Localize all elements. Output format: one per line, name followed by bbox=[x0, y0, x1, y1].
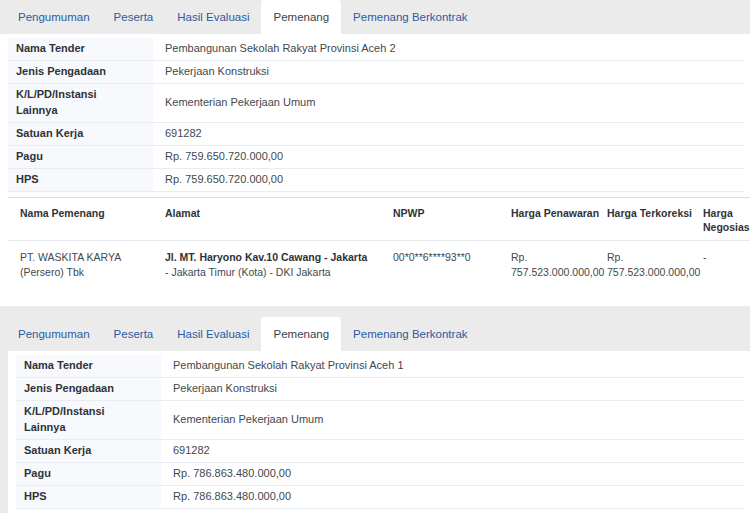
detail-row-nama-tender: Nama Tender Pembangunan Sekolah Rakyat P… bbox=[8, 38, 745, 60]
tab-hasil-evaluasi[interactable]: Hasil Evaluasi bbox=[165, 317, 261, 351]
winner-row: PT. WASKITA KARYA (Persero) Tbk Jl. MT. … bbox=[8, 240, 750, 296]
winner-name: PT. WASKITA KARYA (Persero) Tbk bbox=[8, 240, 153, 296]
detail-row-jenis-pengadaan: Jenis Pengadaan Pekerjaan Konstruksi bbox=[8, 60, 745, 83]
detail-label: Satuan Kerja bbox=[16, 440, 161, 463]
tab-bar: Pengumuman Peserta Hasil Evaluasi Pemena… bbox=[0, 306, 750, 351]
col-nama-pemenang: Nama Pemenang bbox=[8, 197, 153, 240]
detail-row-instansi: K/L/PD/Instansi Lainnya Kementerian Peke… bbox=[16, 401, 745, 440]
currency-prefix: Rp. bbox=[511, 250, 583, 265]
tender-details-table: Nama Tender Pembangunan Sekolah Rakyat P… bbox=[8, 38, 745, 192]
detail-label: Jenis Pengadaan bbox=[8, 60, 153, 83]
detail-value: Kementerian Pekerjaan Umum bbox=[161, 401, 745, 440]
tab-pengumuman[interactable]: Pengumuman bbox=[6, 317, 102, 351]
detail-row-pagu: Pagu Rp. 759.650.720.000,00 bbox=[8, 145, 745, 168]
detail-row-pagu: Pagu Rp. 786.863.480.000,00 bbox=[16, 463, 745, 486]
detail-value: Rp. 786.863.480.000,00 bbox=[161, 485, 745, 508]
currency-prefix: Rp. bbox=[607, 250, 679, 265]
detail-value: Pembangunan Sekolah Rakyat Provinsi Aceh… bbox=[161, 355, 745, 377]
detail-row-instansi: K/L/PD/Instansi Lainnya Kementerian Peke… bbox=[8, 83, 745, 122]
detail-value: 691282 bbox=[153, 122, 745, 145]
detail-value: Rp. 759.650.720.000,00 bbox=[153, 168, 745, 191]
col-alamat: Alamat bbox=[153, 197, 381, 240]
winner-address-street: Jl. MT. Haryono Kav.10 Cawang - Jakarta bbox=[165, 251, 367, 263]
detail-row-satuan-kerja: Satuan Kerja 691282 bbox=[16, 440, 745, 463]
winner-address-region: - Jakarta Timur (Kota) - DKI Jakarta bbox=[165, 266, 331, 278]
detail-value: Kementerian Pekerjaan Umum bbox=[153, 83, 745, 122]
winner-table: Nama Pemenang Alamat NPWP Harga Penawara… bbox=[8, 197, 750, 297]
tender-detail-card: Nama Tender Pembangunan Sekolah Rakyat P… bbox=[8, 351, 750, 513]
col-harga-negosiasi: Harga Negosiasi bbox=[691, 197, 750, 240]
tab-pemenang[interactable]: Pemenang bbox=[261, 0, 341, 34]
tender-detail-card: Nama Tender Pembangunan Sekolah Rakyat P… bbox=[0, 34, 750, 306]
tab-pengumuman[interactable]: Pengumuman bbox=[6, 0, 102, 34]
detail-value: Pekerjaan Konstruksi bbox=[153, 60, 745, 83]
detail-value: Rp. 786.863.480.000,00 bbox=[161, 463, 745, 486]
amount: 757.523.000.000,00 bbox=[511, 265, 583, 280]
tender-panel-aceh-1: Pengumuman Peserta Hasil Evaluasi Pemena… bbox=[0, 306, 750, 513]
detail-label: Nama Tender bbox=[8, 38, 153, 60]
detail-label: K/L/PD/Instansi Lainnya bbox=[16, 401, 161, 440]
tab-pemenang[interactable]: Pemenang bbox=[261, 317, 341, 351]
tab-bar: Pengumuman Peserta Hasil Evaluasi Pemena… bbox=[0, 0, 750, 34]
winner-npwp: 00*0**6****93**0 bbox=[381, 240, 499, 296]
detail-row-nama-tender: Nama Tender Pembangunan Sekolah Rakyat P… bbox=[16, 355, 745, 377]
detail-row-hps: HPS Rp. 786.863.480.000,00 bbox=[16, 485, 745, 508]
detail-label: K/L/PD/Instansi Lainnya bbox=[8, 83, 153, 122]
tab-peserta[interactable]: Peserta bbox=[102, 0, 166, 34]
detail-label: HPS bbox=[8, 168, 153, 191]
winner-harga-penawaran: Rp.757.523.000.000,00 bbox=[499, 240, 595, 296]
tender-panel-aceh-2: Pengumuman Peserta Hasil Evaluasi Pemena… bbox=[0, 0, 750, 306]
detail-value: Rp. 759.650.720.000,00 bbox=[153, 145, 745, 168]
detail-label: Nama Tender bbox=[16, 355, 161, 377]
amount: 757.523.000.000,00 bbox=[607, 265, 679, 280]
tab-pemenang-berkontrak[interactable]: Pemenang Berkontrak bbox=[341, 0, 479, 34]
col-npwp: NPWP bbox=[381, 197, 499, 240]
detail-label: Satuan Kerja bbox=[8, 122, 153, 145]
detail-row-satuan-kerja: Satuan Kerja 691282 bbox=[8, 122, 745, 145]
winner-harga-terkoreksi: Rp.757.523.000.000,00 bbox=[595, 240, 691, 296]
col-harga-penawaran: Harga Penawaran bbox=[499, 197, 595, 240]
detail-value: 691282 bbox=[161, 440, 745, 463]
detail-value: Pembangunan Sekolah Rakyat Provinsi Aceh… bbox=[153, 38, 745, 60]
tender-details-table: Nama Tender Pembangunan Sekolah Rakyat P… bbox=[16, 355, 745, 509]
col-harga-terkoreksi: Harga Terkoreksi bbox=[595, 197, 691, 240]
detail-label: Pagu bbox=[8, 145, 153, 168]
detail-row-jenis-pengadaan: Jenis Pengadaan Pekerjaan Konstruksi bbox=[16, 378, 745, 401]
detail-label: HPS bbox=[16, 485, 161, 508]
winner-address: Jl. MT. Haryono Kav.10 Cawang - Jakarta … bbox=[153, 240, 381, 296]
detail-label: Jenis Pengadaan bbox=[16, 378, 161, 401]
detail-label: Pagu bbox=[16, 463, 161, 486]
tab-pemenang-berkontrak[interactable]: Pemenang Berkontrak bbox=[341, 317, 479, 351]
winner-header-row: Nama Pemenang Alamat NPWP Harga Penawara… bbox=[8, 197, 750, 240]
tab-hasil-evaluasi[interactable]: Hasil Evaluasi bbox=[165, 0, 261, 34]
detail-row-hps: HPS Rp. 759.650.720.000,00 bbox=[8, 168, 745, 191]
tab-peserta[interactable]: Peserta bbox=[102, 317, 166, 351]
detail-value: Pekerjaan Konstruksi bbox=[161, 378, 745, 401]
